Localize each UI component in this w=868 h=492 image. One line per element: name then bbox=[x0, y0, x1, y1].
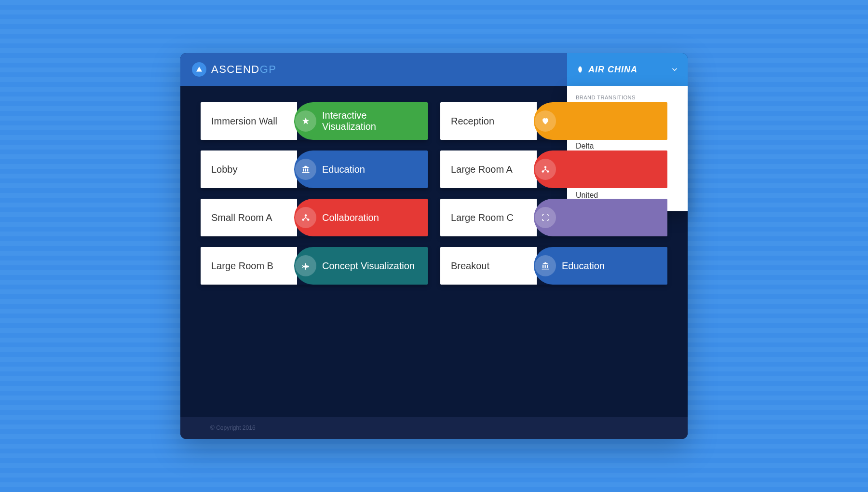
room-name: Small Room A bbox=[201, 199, 297, 236]
bank-icon bbox=[535, 255, 556, 276]
bank-icon bbox=[295, 159, 316, 180]
brand-logo-icon bbox=[576, 65, 584, 74]
logo-text: ASCENDGP bbox=[211, 63, 276, 76]
room-card-lobby[interactable]: Lobby Education bbox=[201, 150, 428, 188]
room-name: Large Room A bbox=[440, 150, 537, 188]
room-mode bbox=[534, 150, 667, 188]
nodes-icon bbox=[295, 207, 316, 228]
svg-point-0 bbox=[544, 166, 547, 168]
logo-mark-icon bbox=[192, 62, 206, 77]
room-card-large-room-a[interactable]: Large Room A bbox=[440, 150, 667, 188]
room-mode: Education bbox=[294, 150, 428, 188]
rooms-grid: Immersion Wall Interactive Visualization… bbox=[180, 86, 688, 417]
room-card-large-room-c[interactable]: Large Room C bbox=[440, 199, 667, 236]
app-window: ASCENDGP AIR CHINA BRAND TRANSITIONS Ame… bbox=[180, 53, 688, 439]
room-card-reception[interactable]: Reception bbox=[440, 102, 667, 140]
room-mode bbox=[534, 199, 667, 236]
room-name: Reception bbox=[440, 102, 537, 140]
room-name: Immersion Wall bbox=[201, 102, 297, 140]
room-mode: Collaboration bbox=[294, 199, 428, 236]
star-icon bbox=[295, 110, 316, 132]
room-card-small-room-a[interactable]: Small Room A Collaboration bbox=[201, 199, 428, 236]
heart-icon bbox=[535, 110, 556, 132]
svg-point-3 bbox=[305, 214, 307, 217]
plane-icon bbox=[295, 255, 316, 276]
logo-secondary: GP bbox=[260, 63, 277, 75]
room-mode: Interactive Visualization bbox=[294, 102, 428, 140]
brand-current: AIR CHINA bbox=[576, 65, 670, 75]
room-name: Breakout bbox=[440, 247, 537, 285]
copyright: © Copyright 2016 bbox=[210, 424, 256, 431]
brand-selector[interactable]: AIR CHINA bbox=[567, 53, 688, 86]
room-card-immersion-wall[interactable]: Immersion Wall Interactive Visualization bbox=[201, 102, 428, 140]
logo-primary: ASCEND bbox=[211, 63, 260, 75]
room-card-large-room-b[interactable]: Large Room B Concept Visualization bbox=[201, 247, 428, 285]
room-name: Large Room B bbox=[201, 247, 297, 285]
room-name: Lobby bbox=[201, 150, 297, 188]
room-mode: Education bbox=[534, 247, 667, 285]
footer: © Copyright 2016 bbox=[180, 417, 688, 439]
chevron-down-icon bbox=[670, 65, 679, 74]
expand-icon bbox=[535, 207, 556, 228]
nodes-icon bbox=[535, 159, 556, 180]
room-card-breakout[interactable]: Breakout Education bbox=[440, 247, 667, 285]
room-mode: Concept Visualization bbox=[294, 247, 428, 285]
app-header: ASCENDGP AIR CHINA BRAND TRANSITIONS Ame… bbox=[180, 53, 688, 86]
room-mode bbox=[534, 102, 667, 140]
room-name: Large Room C bbox=[440, 199, 537, 236]
